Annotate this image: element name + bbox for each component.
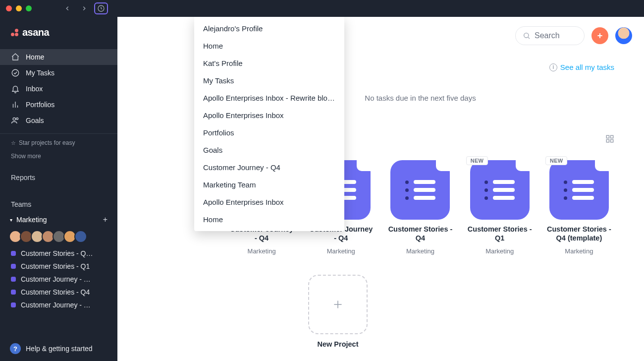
project-card-subtitle: Marketing bbox=[248, 247, 276, 255]
new-badge: NEW bbox=[466, 156, 488, 165]
team-member-avatar[interactable] bbox=[74, 230, 87, 243]
project-color-icon bbox=[11, 302, 16, 307]
project-tile-icon bbox=[390, 160, 450, 220]
history-menu-item[interactable]: Home bbox=[194, 37, 344, 55]
history-menu-item[interactable]: Portfolios bbox=[194, 124, 344, 141]
svg-rect-14 bbox=[611, 139, 613, 142]
reports-header[interactable]: Reports bbox=[0, 163, 117, 185]
sidebar-item-portfolios[interactable]: Portfolios bbox=[0, 97, 117, 113]
sidebar-item-goals[interactable]: Goals bbox=[0, 113, 117, 128]
plus-icon bbox=[331, 298, 344, 311]
project-card-subtitle: Marketing bbox=[327, 247, 355, 255]
project-color-icon bbox=[11, 290, 16, 295]
history-button[interactable] bbox=[94, 2, 108, 14]
forward-button[interactable] bbox=[77, 2, 91, 14]
history-menu-item[interactable]: Apollo Enterprises Inbox bbox=[194, 107, 344, 124]
svg-rect-12 bbox=[611, 135, 613, 138]
sidebar-item-label: My Tasks bbox=[26, 69, 54, 77]
sidebar-item-label: Home bbox=[26, 53, 44, 61]
project-card[interactable]: Customer Stories - Q4Marketing bbox=[385, 155, 455, 260]
search-icon bbox=[523, 32, 531, 40]
project-tile-icon bbox=[549, 160, 609, 220]
chevron-left-icon bbox=[64, 5, 71, 12]
project-label: Customer Journey - … bbox=[21, 275, 91, 283]
show-more-link[interactable]: Show more bbox=[0, 148, 117, 163]
plus-icon bbox=[596, 32, 604, 40]
see-all-link[interactable]: See all my tasks bbox=[560, 63, 614, 71]
sidebar-project-item[interactable]: Customer Stories - Q1 bbox=[11, 260, 114, 273]
history-menu-item[interactable]: Marketing Team bbox=[194, 176, 344, 193]
fullscreen-window-icon[interactable] bbox=[26, 5, 32, 11]
sidebar-item-home[interactable]: Home bbox=[0, 49, 117, 65]
project-card[interactable]: NEWCustomer Stories - Q1Marketing bbox=[465, 155, 535, 260]
sidebar-project-item[interactable]: Customer Journey - … bbox=[11, 273, 114, 286]
project-tile-icon bbox=[470, 160, 530, 220]
bell-icon bbox=[11, 84, 20, 93]
new-project-card[interactable]: New Project bbox=[291, 260, 385, 348]
svg-point-7 bbox=[524, 33, 529, 38]
check-circle-icon bbox=[11, 68, 20, 77]
bar-chart-icon bbox=[11, 100, 20, 109]
new-project-tile[interactable] bbox=[308, 275, 368, 334]
history-menu-item[interactable]: My Tasks bbox=[194, 72, 344, 89]
brand-name: asana bbox=[22, 27, 49, 38]
history-menu-item[interactable]: Apollo Enterprises Inbox bbox=[194, 193, 344, 211]
project-card-title: Customer Stories - Q4 bbox=[387, 225, 453, 242]
brand[interactable]: asana bbox=[0, 17, 117, 49]
people-icon bbox=[11, 116, 20, 125]
sidebar-item-inbox[interactable]: Inbox bbox=[0, 81, 117, 97]
svg-rect-13 bbox=[606, 139, 609, 142]
history-menu-item[interactable]: Customer Journey - Q4 bbox=[194, 159, 344, 176]
project-color-icon bbox=[11, 251, 16, 256]
sidebar-item-label: Inbox bbox=[26, 85, 43, 93]
team-avatars[interactable] bbox=[0, 227, 117, 247]
history-menu-item[interactable]: Kat's Profile bbox=[194, 55, 344, 72]
search-input[interactable]: Search bbox=[515, 26, 585, 45]
project-card[interactable]: NEWCustomer Stories - Q4 (template)Marke… bbox=[544, 155, 614, 260]
help-icon: ? bbox=[10, 343, 21, 354]
search-placeholder: Search bbox=[535, 31, 560, 40]
project-color-icon bbox=[11, 277, 16, 282]
sidebar-item-my-tasks[interactable]: My Tasks bbox=[0, 65, 117, 81]
main-content: Search ue Soon i See all my tasks No tas… bbox=[117, 17, 644, 361]
star-icon: ☆ bbox=[11, 140, 16, 146]
back-button[interactable] bbox=[60, 2, 74, 14]
teams-header[interactable]: Teams bbox=[0, 185, 117, 212]
caret-down-icon: ▾ bbox=[10, 217, 12, 223]
history-menu-item[interactable]: Alejandro's Profile bbox=[194, 20, 344, 37]
see-all-tasks[interactable]: i See all my tasks bbox=[549, 63, 614, 71]
home-icon bbox=[11, 53, 20, 61]
history-menu-item[interactable]: Apollo Enterprises Inbox - Rewrite blog … bbox=[194, 89, 344, 107]
sidebar-project-item[interactable]: Customer Journey - … bbox=[11, 299, 114, 311]
omni-create-button[interactable] bbox=[591, 27, 608, 44]
window-titlebar bbox=[0, 0, 644, 17]
project-label: Customer Journey - … bbox=[21, 301, 91, 309]
sidebar-project-item[interactable]: Customer Stories - Q… bbox=[11, 247, 114, 260]
profile-avatar[interactable] bbox=[615, 27, 632, 44]
sidebar-item-label: Portfolios bbox=[26, 101, 54, 109]
clock-icon bbox=[97, 4, 105, 12]
help-label: Help & getting started bbox=[26, 345, 93, 353]
team-name: Marketing bbox=[16, 216, 47, 224]
svg-point-1 bbox=[12, 69, 19, 76]
history-menu-item[interactable]: Home bbox=[194, 211, 344, 228]
project-card-subtitle: Marketing bbox=[565, 247, 593, 255]
grid-view-button[interactable] bbox=[605, 134, 614, 145]
help-link[interactable]: ? Help & getting started bbox=[0, 337, 117, 361]
team-row-marketing[interactable]: ▾ Marketing + bbox=[0, 212, 117, 227]
close-window-icon[interactable] bbox=[6, 5, 12, 11]
sidebar: asana Home My Tasks Inbox Portfolios Goa… bbox=[0, 17, 117, 361]
svg-point-5 bbox=[13, 118, 15, 120]
project-card-title: Customer Stories - Q1 bbox=[467, 225, 533, 242]
svg-point-6 bbox=[16, 118, 18, 120]
svg-line-8 bbox=[528, 37, 530, 39]
primary-nav: Home My Tasks Inbox Portfolios Goals bbox=[0, 49, 117, 128]
sidebar-item-label: Goals bbox=[26, 117, 44, 124]
new-project-label: New Project bbox=[318, 340, 359, 348]
sidebar-project-list: Customer Stories - Q…Customer Stories - … bbox=[0, 247, 117, 311]
history-nav bbox=[60, 2, 108, 14]
history-menu-item[interactable]: Goals bbox=[194, 141, 344, 159]
minimize-window-icon[interactable] bbox=[16, 5, 22, 11]
sidebar-project-item[interactable]: Customer Stories - Q4 bbox=[11, 286, 114, 299]
add-project-button[interactable]: + bbox=[103, 215, 107, 224]
